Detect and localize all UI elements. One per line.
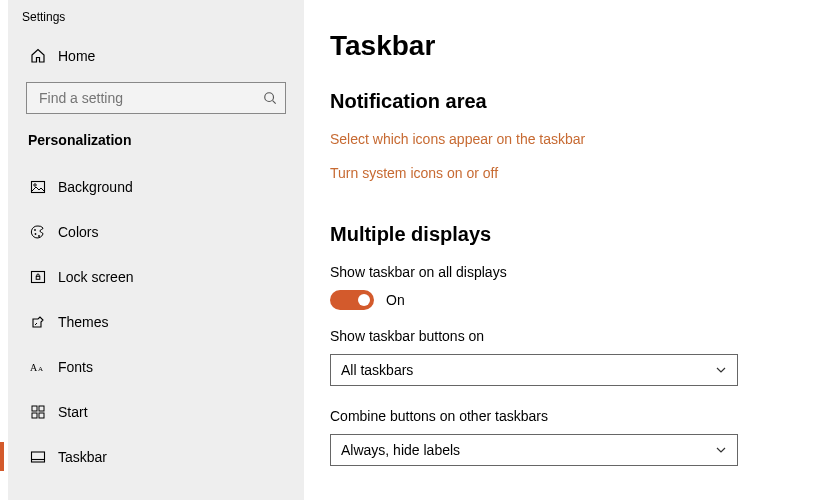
taskbar-icon — [30, 449, 58, 465]
nav-fonts[interactable]: AA Fonts — [8, 344, 304, 389]
page-title: Taskbar — [330, 30, 766, 62]
search-box[interactable] — [26, 82, 286, 114]
toggle-knob — [358, 294, 370, 306]
themes-icon — [30, 314, 58, 330]
link-select-icons[interactable]: Select which icons appear on the taskbar — [330, 131, 766, 147]
lock-screen-icon — [30, 269, 58, 285]
picture-icon — [30, 179, 58, 195]
combo-combine-other[interactable]: Always, hide labels — [330, 434, 738, 466]
partial-edge-gutter — [0, 0, 8, 500]
link-system-icons[interactable]: Turn system icons on or off — [330, 165, 766, 181]
combo-buttons-on-value: All taskbars — [341, 362, 413, 378]
fonts-icon: AA — [30, 359, 58, 375]
palette-icon — [30, 224, 58, 240]
svg-rect-15 — [32, 452, 45, 462]
nav-background[interactable]: Background — [8, 164, 304, 209]
nav-start[interactable]: Start — [8, 389, 304, 434]
chevron-down-icon — [715, 364, 727, 376]
label-combine-other: Combine buttons on other taskbars — [330, 408, 766, 424]
svg-rect-12 — [39, 406, 44, 411]
svg-rect-11 — [32, 406, 37, 411]
svg-rect-8 — [36, 276, 40, 279]
combo-buttons-on[interactable]: All taskbars — [330, 354, 738, 386]
svg-rect-13 — [32, 413, 37, 418]
nav-taskbar[interactable]: Taskbar — [8, 434, 304, 479]
nav-lock-screen[interactable]: Lock screen — [8, 254, 304, 299]
svg-line-1 — [273, 101, 276, 104]
nav-label: Themes — [58, 314, 109, 330]
sidebar: Settings Home Personalization Background — [8, 0, 304, 500]
svg-rect-7 — [32, 271, 45, 282]
svg-text:A: A — [38, 365, 43, 373]
nav-home-label: Home — [58, 48, 95, 64]
nav-colors[interactable]: Colors — [8, 209, 304, 254]
nav-label: Fonts — [58, 359, 93, 375]
search-icon — [263, 91, 277, 105]
section-header: Personalization — [8, 132, 304, 164]
svg-point-6 — [38, 235, 40, 237]
svg-point-3 — [34, 183, 36, 185]
label-show-all-displays: Show taskbar on all displays — [330, 264, 766, 280]
search-input[interactable] — [37, 89, 263, 107]
svg-text:A: A — [30, 362, 38, 373]
nav-label: Taskbar — [58, 449, 107, 465]
svg-point-0 — [265, 93, 274, 102]
svg-point-5 — [35, 233, 37, 235]
nav-home[interactable]: Home — [8, 38, 304, 74]
nav-label: Colors — [58, 224, 98, 240]
combo-combine-other-value: Always, hide labels — [341, 442, 460, 458]
toggle-show-all-displays[interactable] — [330, 290, 374, 310]
svg-point-4 — [34, 229, 36, 231]
chevron-down-icon — [715, 444, 727, 456]
nav-label: Background — [58, 179, 133, 195]
nav-themes[interactable]: Themes — [8, 299, 304, 344]
nav-label: Start — [58, 404, 88, 420]
nav-label: Lock screen — [58, 269, 133, 285]
group-notification-area: Notification area — [330, 90, 766, 113]
home-icon — [30, 48, 58, 64]
start-icon — [30, 404, 58, 420]
svg-rect-2 — [32, 181, 45, 192]
label-buttons-on: Show taskbar buttons on — [330, 328, 766, 344]
group-multiple-displays: Multiple displays — [330, 223, 766, 246]
app-title: Settings — [8, 6, 304, 38]
content-pane: Taskbar Notification area Select which i… — [304, 0, 816, 500]
toggle-state-label: On — [386, 292, 405, 308]
svg-rect-14 — [39, 413, 44, 418]
